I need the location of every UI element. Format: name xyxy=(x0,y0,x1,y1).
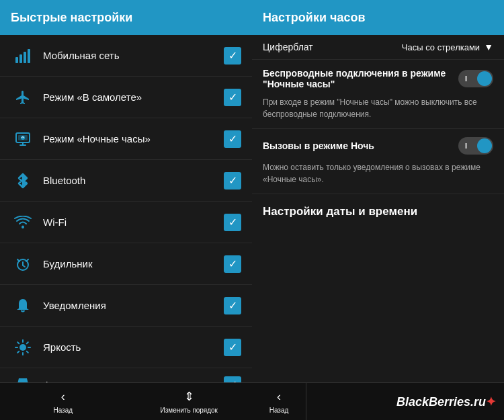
clockface-dropdown-arrow: ▼ xyxy=(484,42,493,52)
menu-item-nightclock[interactable]: Режим «Ночные часы» ✓ xyxy=(0,118,252,160)
alarm-checkbox[interactable]: ✓ xyxy=(224,255,241,273)
menu-item-alarm[interactable]: Будильник ✓ xyxy=(0,243,252,285)
wireless-toggle-row: Беспроводные подключения в режиме "Ночны… xyxy=(252,60,504,93)
calls-toggle-label: Вызовы в режиме Ночь xyxy=(263,140,458,151)
reorder-button[interactable]: ⇕ Изменить порядок xyxy=(126,383,253,420)
menu-item-mobile[interactable]: Мобильная сеть ✓ xyxy=(0,35,252,77)
bb-logo: BlackBerries.ru✦ xyxy=(396,394,496,409)
right-back-icon: ‹ xyxy=(277,390,281,404)
svg-rect-0 xyxy=(15,57,18,63)
menu-item-brightness[interactable]: Яркость ✓ xyxy=(0,327,252,368)
wireless-toggle-knob xyxy=(477,71,492,86)
calls-toggle-switch[interactable]: I xyxy=(458,137,493,155)
wireless-toggle-switch[interactable]: I xyxy=(458,70,493,87)
menu-item-airplane[interactable]: Режим «В самолете» ✓ xyxy=(0,77,252,118)
reorder-label: Изменить порядок xyxy=(161,407,218,414)
nightclock-icon xyxy=(11,127,35,151)
brightness-icon xyxy=(11,335,35,360)
wireless-toggle-track-label: I xyxy=(465,75,467,83)
wifi-icon xyxy=(11,210,35,235)
svg-line-14 xyxy=(17,342,19,343)
left-back-icon: ‹ xyxy=(61,390,65,404)
svg-point-6 xyxy=(21,136,25,140)
left-footer: ‹ Назад ⇕ Изменить порядок xyxy=(0,382,252,420)
svg-line-15 xyxy=(27,351,28,352)
airplane-checkbox[interactable]: ✓ xyxy=(224,89,241,106)
menu-item-bluetooth[interactable]: Bluetooth ✓ xyxy=(0,160,252,202)
svg-point-9 xyxy=(19,344,26,351)
right-header: Настройки часов xyxy=(252,0,504,35)
nightclock-label: Режим «Ночные часы» xyxy=(43,133,224,144)
right-footer: ‹ Назад BlackBerries.ru✦ xyxy=(252,382,504,420)
menu-item-flashlight[interactable]: Фонарик ✓ xyxy=(0,368,252,382)
wireless-description: При входе в режим "Ночные часы" можно вы… xyxy=(252,93,504,129)
clockface-row: Циферблат Часы со стрелками ▼ xyxy=(252,35,504,60)
mobile-network-checkbox[interactable]: ✓ xyxy=(224,47,241,65)
bluetooth-icon xyxy=(11,169,35,193)
bb-star: ✦ xyxy=(486,395,496,409)
notifications-label: Уведомления xyxy=(43,300,224,311)
bluetooth-label: Bluetooth xyxy=(43,175,224,186)
svg-point-7 xyxy=(22,226,24,228)
menu-item-wifi[interactable]: Wi-Fi ✓ xyxy=(0,202,252,243)
wifi-label: Wi-Fi xyxy=(43,216,224,228)
mobile-network-label: Мобильная сеть xyxy=(43,50,224,61)
menu-item-notifications[interactable]: Уведомления ✓ xyxy=(0,285,252,327)
left-header: Быстрые настройки xyxy=(0,0,252,35)
svg-line-16 xyxy=(27,342,28,343)
flashlight-checkbox[interactable]: ✓ xyxy=(224,376,241,383)
svg-rect-3 xyxy=(28,49,30,63)
right-title: Настройки часов xyxy=(263,11,366,25)
clockface-value: Часы со стрелками xyxy=(402,42,480,52)
calls-toggle-track-label: I xyxy=(465,142,467,150)
brightness-label: Яркость xyxy=(43,341,224,353)
left-back-button[interactable]: ‹ Назад xyxy=(0,383,126,420)
signal-icon xyxy=(11,44,35,68)
bb-logo-area: BlackBerries.ru✦ xyxy=(306,394,504,409)
clockface-dropdown[interactable]: Часы со стрелками ▼ xyxy=(402,42,493,52)
clockface-label: Циферблат xyxy=(263,42,313,52)
right-panel: Настройки часов Циферблат Часы со стрелк… xyxy=(252,0,504,420)
notifications-checkbox[interactable]: ✓ xyxy=(224,297,241,314)
calls-description: Можно оставить только уведомления о вызо… xyxy=(252,159,504,194)
calls-toggle-row: Вызовы в режиме Ночь I xyxy=(252,129,504,159)
airplane-icon xyxy=(11,85,35,110)
right-content: Циферблат Часы со стрелками ▼ Беспроводн… xyxy=(252,35,504,382)
datetime-title: Настройки даты и времени xyxy=(252,194,504,229)
left-menu-list: Мобильная сеть ✓ Режим «В самолете» ✓ xyxy=(0,35,252,382)
calls-toggle-knob xyxy=(477,138,492,153)
right-back-button[interactable]: ‹ Назад xyxy=(252,383,306,420)
bluetooth-checkbox[interactable]: ✓ xyxy=(224,172,241,190)
left-title: Быстрые настройки xyxy=(11,11,132,25)
brightness-checkbox[interactable]: ✓ xyxy=(224,339,241,356)
wifi-checkbox[interactable]: ✓ xyxy=(224,214,241,231)
nightclock-checkbox[interactable]: ✓ xyxy=(224,130,241,148)
wireless-toggle-label: Беспроводные подключения в режиме "Ночны… xyxy=(263,68,458,89)
svg-line-17 xyxy=(17,351,19,352)
svg-rect-1 xyxy=(19,54,22,63)
svg-rect-2 xyxy=(24,52,26,63)
airplane-label: Режим «В самолете» xyxy=(43,91,224,103)
flashlight-icon xyxy=(11,373,35,383)
reorder-icon: ⇕ xyxy=(184,389,194,404)
alarm-icon xyxy=(11,252,35,276)
left-panel: Быстрые настройки Мобильная сеть ✓ xyxy=(0,0,252,420)
left-back-label: Назад xyxy=(53,407,73,414)
bell-icon xyxy=(11,294,35,318)
right-back-label: Назад xyxy=(269,407,289,414)
alarm-label: Будильник xyxy=(43,258,224,269)
